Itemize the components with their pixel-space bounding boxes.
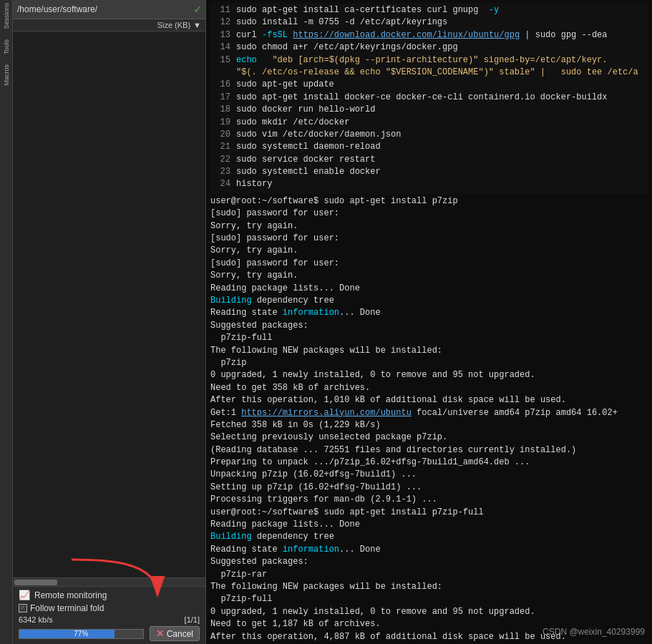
line-content <box>288 29 293 42</box>
line-content: sudo vim /etc/docker/daemon.json <box>236 129 401 141</box>
line-number: 21 <box>210 141 230 153</box>
terminal-output-line: Selecting previously unselected package … <box>210 431 648 444</box>
line-content: sudo systemctl enable docker <box>236 166 381 178</box>
follow-row[interactable]: ✓ Follow terminal fold <box>19 603 200 613</box>
cancel-x-icon: ✕ <box>156 628 164 639</box>
output-text: Sorry, try again. <box>210 270 298 282</box>
output-text: user@root:~/software$ sudo apt-get insta… <box>210 195 458 208</box>
output-text: Need to get 1,187 kB of archives. <box>210 618 381 630</box>
output-text: user@root:~/software$ sudo apt-get insta… <box>210 507 484 519</box>
stats-row: 6342 kb/s [1/1] <box>19 615 200 624</box>
terminal-output-line: Fetched 358 kB in 0s (1,229 kB/s) <box>210 419 648 431</box>
terminal-output-line: Preparing to unpack .../p7zip_16.02+dfsg… <box>210 457 648 469</box>
output-text: Reading package lists... Done <box>210 283 360 295</box>
line-number <box>210 67 230 79</box>
line-number: 11 <box>210 4 230 16</box>
macros-tab[interactable]: Macros <box>3 64 10 86</box>
output-text: Get:1 <box>210 407 241 419</box>
output-text: Unpacking p7zip (16.02+dfsg-7build1) ... <box>210 469 417 481</box>
line-content: sudo mkdir /etc/docker <box>236 117 349 129</box>
line-content: sudo apt-get update <box>236 79 334 91</box>
line-content: sudo docker run hello-world <box>236 104 375 116</box>
line-number: 22 <box>210 154 230 166</box>
output-text: Reading state <box>210 544 283 556</box>
line-number: 23 <box>210 166 230 178</box>
output-text: dependency tree <box>252 295 334 307</box>
line-number: 19 <box>210 117 230 129</box>
output-text: focal/universe amd64 p7zip amd64 16.02+ <box>412 407 618 419</box>
output-text: 0 upgraded, 1 newly installed, 0 to remo… <box>210 369 535 381</box>
terminal-output-line: Processing triggers for man-db (2.9.1-1)… <box>210 494 648 506</box>
output-text: dependency tree <box>252 531 334 543</box>
terminal-output-line: Building dependency tree <box>210 295 648 307</box>
line-number: 12 <box>210 16 230 29</box>
icon-bar: Sessions Tools Macros <box>0 0 13 644</box>
terminal-numbered-line: 23sudo systemctl enable docker <box>210 166 648 178</box>
line-number: 20 <box>210 129 230 141</box>
terminal-output-line: After this operation, 1,010 kB of additi… <box>210 394 648 406</box>
line-content: sudo service docker restart <box>236 154 375 166</box>
line-content: "deb [arch=$(dpkg --print-architecture)"… <box>257 54 608 67</box>
terminal-output-line: Reading state information... Done <box>210 307 648 319</box>
current-path: /home/user/software/ <box>17 4 191 14</box>
line-content: sudo systemctl daemon-reload <box>236 141 381 153</box>
sort-arrow-icon: ▼ <box>193 21 201 29</box>
checkbox-box[interactable]: ✓ <box>19 604 27 613</box>
terminal-output-line: Sorry, try again. <box>210 245 648 257</box>
terminal-output-line: Setting up p7zip (16.02+dfsg-7build1) ..… <box>210 482 648 494</box>
line-content: sudo install -m 0755 -d /etc/apt/keyring… <box>236 16 447 29</box>
line-content: sudo apt-get install docker-ce docker-ce… <box>236 92 607 104</box>
column-header: Size (KB) ▼ <box>13 19 205 31</box>
output-text: p7zip <box>210 357 246 369</box>
line-content: curl <box>236 29 262 42</box>
terminal-numbered-line: 14sudo chmod a+r /etc/apt/keyrings/docke… <box>210 42 648 54</box>
line-number: 14 <box>210 42 230 54</box>
file-sidebar: /home/user/software/ ✓ Size (KB) ▼ 📈 Rem… <box>13 0 206 644</box>
terminal-output-line: 0 upgraded, 1 newly installed, 0 to remo… <box>210 606 648 618</box>
follow-label: Follow terminal fold <box>30 603 104 613</box>
path-bar: /home/user/software/ ✓ <box>13 0 205 19</box>
terminal-output-line: Get:1 https://mirrors.aliyun.com/ubuntu … <box>210 407 648 419</box>
output-text: After this operation, 1,010 kB of additi… <box>210 394 566 406</box>
terminal-numbered-line: 16sudo apt-get update <box>210 79 648 91</box>
terminal-output-line: Unpacking p7zip (16.02+dfsg-7build1) ... <box>210 469 648 481</box>
output-text: [sudo] password for user: <box>210 233 339 245</box>
line-content: "$(. /etc/os-release && echo "$VERSION_C… <box>236 67 638 79</box>
terminal-numbered-line: 24history <box>210 178 648 190</box>
terminal-output-line: [sudo] password for user: <box>210 233 648 245</box>
terminal-numbered-line: 15echo "deb [arch=$(dpkg --print-archite… <box>210 54 648 67</box>
output-text: Suggested packages: <box>210 320 308 332</box>
terminal-output-line: user@root:~/software$ sudo apt-get insta… <box>210 195 648 208</box>
line-content: -y <box>489 4 499 16</box>
output-text: Sorry, try again. <box>210 220 298 233</box>
sidebar-scrollbar[interactable] <box>13 577 205 586</box>
monitor-row: 📈 Remote monitoring <box>19 590 200 601</box>
terminal-numbered-line: 21sudo systemctl daemon-reload <box>210 141 648 153</box>
progress-label: 77% <box>19 630 143 638</box>
checkbox-check-icon: ✓ <box>21 605 25 612</box>
page-label: [1/1] <box>185 615 200 624</box>
output-text: Processing triggers for man-db (2.9.1-1)… <box>210 494 437 506</box>
output-text: Fetched 358 kB in 0s (1,229 kB/s) <box>210 419 381 431</box>
progress-bar: 77% <box>19 629 144 639</box>
scrollbar-thumb[interactable] <box>14 580 57 585</box>
output-text: information <box>283 544 339 556</box>
terminal-output-line: 0 upgraded, 1 newly installed, 0 to remo… <box>210 369 648 381</box>
follow-checkbox[interactable]: ✓ Follow terminal fold <box>19 603 104 613</box>
output-text: Reading package lists... Done <box>210 519 360 531</box>
file-list[interactable] <box>13 31 205 577</box>
path-check-icon: ✓ <box>194 2 201 16</box>
cancel-button[interactable]: ✕ Cancel <box>150 626 200 641</box>
line-number: 16 <box>210 79 230 91</box>
line-content: sudo apt-get install ca-certificates cur… <box>236 4 489 16</box>
sessions-tab[interactable]: Sessions <box>3 3 10 29</box>
line-content: https://download.docker.com/linux/ubuntu… <box>293 29 520 42</box>
terminal-output[interactable]: 11sudo apt-get install ca-certificates c… <box>206 0 652 644</box>
tools-tab[interactable]: Tools <box>3 39 10 54</box>
output-text: After this operation, 4,887 kB of additi… <box>210 631 566 643</box>
terminal-numbered-line: 22sudo service docker restart <box>210 154 648 166</box>
terminal-output-line: Need to get 1,187 kB of archives. <box>210 618 648 630</box>
line-number: 18 <box>210 104 230 116</box>
terminal-output-line: p7zip <box>210 357 648 369</box>
terminal-numbered-line: 11sudo apt-get install ca-certificates c… <box>210 4 648 16</box>
